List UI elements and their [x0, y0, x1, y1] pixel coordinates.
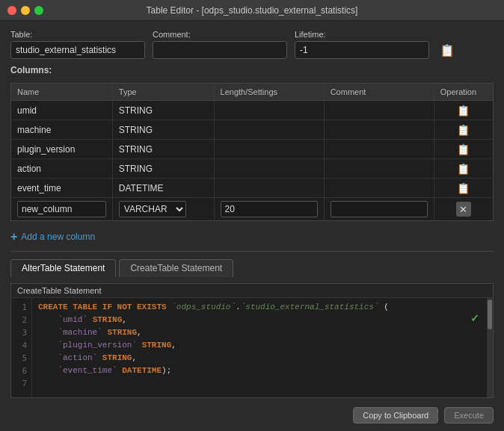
new-type-cell[interactable]: VARCHARSTRINGINTBIGINTDOUBLEFLOATBOOLEAN… — [112, 198, 214, 221]
line-number: 6 — [17, 365, 27, 377]
lifetime-field: Lifetime: — [295, 30, 429, 59]
cell-length — [214, 140, 324, 159]
window-controls[interactable] — [7, 6, 43, 15]
copy-to-clipboard-button[interactable]: Copy to Clipboard — [353, 407, 438, 424]
sql-editor-area: CreateTable Statement 1234567 CREATE TAB… — [10, 283, 494, 398]
cell-comment — [324, 179, 434, 198]
table-row: action STRING 📋 — [11, 159, 494, 179]
divider — [10, 251, 494, 252]
comment-input[interactable] — [153, 41, 287, 59]
new-length-input[interactable] — [221, 201, 318, 217]
columns-label: Columns: — [10, 65, 494, 75]
cell-comment — [324, 120, 434, 140]
tab-alter-table[interactable]: AlterTable Statement — [10, 259, 116, 277]
maximize-button[interactable] — [34, 6, 43, 15]
new-name-input[interactable] — [17, 201, 106, 217]
code-line: `umid` STRING, — [38, 314, 481, 326]
new-comment-cell[interactable] — [324, 198, 434, 221]
cell-length — [214, 120, 324, 140]
cell-comment — [324, 140, 434, 159]
edit-icon[interactable]: 📋 — [457, 124, 470, 136]
cell-operation: 📋 — [434, 120, 493, 140]
code-line: `plugin_version` STRING, — [38, 339, 481, 352]
cell-type: STRING — [112, 101, 214, 120]
scrollbar[interactable] — [487, 298, 493, 397]
cell-name: event_time — [11, 179, 113, 198]
code-line: `action` STRING, — [38, 352, 481, 365]
col-header-operation: Operation — [434, 84, 493, 101]
minimize-button[interactable] — [21, 6, 30, 15]
col-header-comment: Comment — [324, 84, 434, 101]
line-number: 7 — [17, 377, 27, 390]
line-number: 4 — [17, 339, 27, 352]
cell-name: umid — [11, 101, 113, 120]
lifetime-input[interactable] — [295, 41, 429, 59]
window-title: Table Editor - [odps_studio.studio_exter… — [147, 5, 358, 16]
add-column-button[interactable]: Add a new column — [21, 232, 95, 242]
table-header-row: Name Type Length/Settings Comment Operat… — [11, 84, 494, 101]
line-number: 2 — [17, 314, 27, 326]
check-icon: ✓ — [470, 312, 479, 324]
cell-comment — [324, 101, 434, 120]
code-line: `machine` STRING, — [38, 326, 481, 339]
cell-operation: 📋 — [434, 159, 493, 179]
meta-row: Table: Comment: Lifetime: 📋 — [10, 30, 494, 59]
sql-code[interactable]: CREATE TABLE IF NOT EXISTS `odps_studio`… — [32, 298, 487, 397]
col-header-type: Type — [112, 84, 214, 101]
cell-type: STRING — [112, 140, 214, 159]
edit-icon[interactable]: 📋 — [457, 182, 470, 194]
code-line — [38, 377, 481, 390]
table-row: plugin_version STRING 📋 — [11, 140, 494, 159]
cell-length — [214, 159, 324, 179]
cell-length — [214, 101, 324, 120]
sql-editor-body: 1234567 CREATE TABLE IF NOT EXISTS `odps… — [11, 298, 493, 397]
execute-button[interactable]: Execute — [444, 407, 494, 424]
table-row: machine STRING 📋 — [11, 120, 494, 140]
sql-tabs: AlterTable Statement CreateTable Stateme… — [10, 259, 494, 277]
code-line: CREATE TABLE IF NOT EXISTS `odps_studio`… — [38, 301, 481, 314]
cell-operation: 📋 — [434, 179, 493, 198]
sql-editor-header: CreateTable Statement — [11, 284, 493, 298]
cell-length — [214, 179, 324, 198]
add-column-row: + Add a new column — [10, 230, 494, 244]
table-row: umid STRING 📋 — [11, 101, 494, 120]
line-numbers: 1234567 — [11, 298, 32, 397]
comment-label: Comment: — [153, 30, 287, 39]
new-name-cell[interactable] — [11, 198, 113, 221]
lifetime-label: Lifetime: — [295, 30, 429, 39]
new-length-cell[interactable] — [214, 198, 324, 221]
scrollbar-thumb[interactable] — [488, 300, 492, 329]
table-input[interactable] — [10, 41, 145, 59]
cell-name: plugin_version — [11, 140, 113, 159]
cell-operation: 📋 — [434, 101, 493, 120]
tab-create-table[interactable]: CreateTable Statement — [119, 259, 233, 277]
line-number: 1 — [17, 301, 27, 314]
cell-name: action — [11, 159, 113, 179]
add-column-plus-icon[interactable]: + — [10, 230, 17, 244]
cell-type: STRING — [112, 159, 214, 179]
line-number: 5 — [17, 352, 27, 365]
cell-operation: 📋 — [434, 140, 493, 159]
delete-button[interactable]: ✕ — [456, 202, 471, 217]
edit-icon[interactable]: 📋 — [457, 105, 470, 117]
new-op-cell[interactable]: ✕ — [434, 198, 493, 221]
line-number: 3 — [17, 326, 27, 339]
title-bar: Table Editor - [odps_studio.studio_exter… — [0, 0, 504, 21]
main-content: Table: Comment: Lifetime: 📋 Columns: Nam… — [0, 21, 504, 431]
comment-field: Comment: — [153, 30, 287, 59]
col-header-name: Name — [11, 84, 113, 101]
table-label: Table: — [10, 30, 145, 39]
meta-clipboard-icon[interactable]: 📋 — [440, 43, 455, 58]
edit-icon[interactable]: 📋 — [457, 143, 470, 155]
table-row: event_time DATETIME 📋 — [11, 179, 494, 198]
new-type-select[interactable]: VARCHARSTRINGINTBIGINTDOUBLEFLOATBOOLEAN… — [119, 201, 186, 217]
new-comment-input[interactable] — [331, 201, 428, 217]
code-line: `event_time` DATETIME); — [38, 365, 481, 377]
edit-icon[interactable]: 📋 — [457, 163, 470, 175]
cell-type: STRING — [112, 120, 214, 140]
new-column-row: VARCHARSTRINGINTBIGINTDOUBLEFLOATBOOLEAN… — [11, 198, 494, 221]
col-header-length: Length/Settings — [214, 84, 324, 101]
cell-name: machine — [11, 120, 113, 140]
cell-comment — [324, 159, 434, 179]
close-button[interactable] — [7, 6, 16, 15]
